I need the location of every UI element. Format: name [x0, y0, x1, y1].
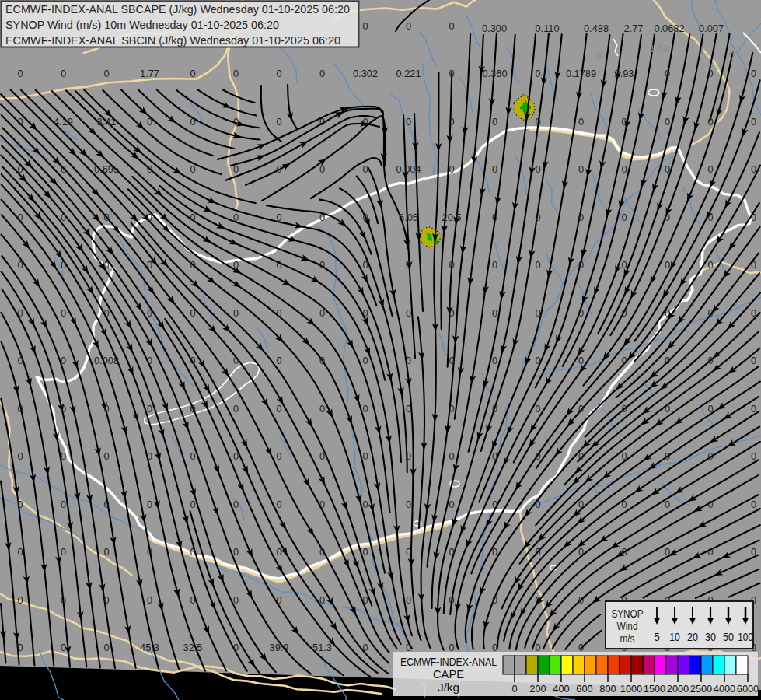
svg-text:0: 0 — [406, 403, 411, 415]
svg-text:0: 0 — [449, 163, 454, 175]
svg-text:0: 0 — [492, 355, 497, 366]
svg-text:1.58: 1.58 — [650, 43, 669, 54]
svg-text:0: 0 — [17, 594, 23, 606]
svg-text:0: 0 — [492, 116, 497, 128]
svg-text:0: 0 — [362, 259, 368, 271]
svg-text:0: 0 — [319, 116, 325, 128]
svg-text:0: 0 — [362, 546, 368, 558]
svg-text:0: 0 — [406, 355, 411, 366]
svg-text:600: 600 — [576, 683, 592, 695]
svg-text:0: 0 — [665, 212, 670, 223]
svg-text:0: 0 — [492, 212, 497, 223]
svg-text:0: 0 — [578, 642, 584, 653]
svg-text:0: 0 — [147, 450, 152, 462]
svg-text:2500: 2500 — [690, 683, 712, 695]
svg-text:0: 0 — [406, 307, 411, 319]
svg-text:0: 0 — [665, 68, 670, 79]
svg-text:CAPE: CAPE — [433, 668, 464, 681]
svg-text:4.19: 4.19 — [54, 116, 73, 128]
svg-text:5: 5 — [654, 632, 660, 643]
svg-text:32.5: 32.5 — [183, 642, 203, 653]
svg-text:0: 0 — [707, 355, 713, 366]
svg-text:0: 0 — [665, 355, 670, 366]
svg-text:0: 0 — [362, 355, 368, 366]
svg-text:0: 0 — [17, 499, 23, 510]
svg-text:0: 0 — [362, 116, 368, 128]
svg-text:0: 0 — [449, 450, 454, 462]
svg-text:0: 0 — [319, 499, 325, 510]
svg-text:0: 0 — [61, 212, 66, 223]
svg-text:0: 0 — [362, 403, 368, 415]
svg-text:0: 0 — [190, 499, 195, 510]
svg-text:0: 0 — [233, 403, 239, 415]
svg-text:0: 0 — [17, 355, 23, 366]
svg-text:0: 0 — [578, 163, 584, 175]
svg-text:0: 0 — [707, 163, 713, 175]
svg-text:0: 0 — [665, 307, 670, 319]
svg-text:0: 0 — [535, 499, 540, 510]
svg-text:10: 10 — [669, 632, 680, 643]
svg-text:0.008: 0.008 — [94, 355, 119, 366]
svg-text:0.004: 0.004 — [396, 163, 421, 175]
svg-text:0: 0 — [535, 259, 540, 271]
svg-text:0: 0 — [707, 499, 713, 510]
svg-text:0: 0 — [728, 50, 734, 61]
svg-text:0: 0 — [406, 116, 411, 128]
svg-text:0: 0 — [492, 403, 497, 415]
svg-text:0: 0 — [665, 546, 670, 558]
svg-text:0: 0 — [665, 259, 670, 271]
svg-text:m/s: m/s — [620, 632, 635, 645]
svg-text:0: 0 — [449, 20, 454, 32]
svg-text:0: 0 — [147, 212, 152, 223]
svg-text:0: 0 — [535, 307, 540, 319]
svg-text:0: 0 — [595, 51, 601, 62]
svg-text:0: 0 — [578, 594, 584, 606]
svg-text:0: 0 — [578, 355, 584, 366]
svg-text:SYNOP Wind (m/s) 10m Wednesday: SYNOP Wind (m/s) 10m Wednesday 01-10-202… — [5, 18, 279, 31]
svg-text:0: 0 — [276, 212, 281, 223]
svg-text:0: 0 — [665, 450, 670, 462]
svg-text:0: 0 — [535, 116, 540, 128]
svg-text:0.695: 0.695 — [94, 163, 119, 175]
svg-text:0: 0 — [362, 20, 368, 32]
svg-text:0: 0 — [621, 499, 627, 510]
svg-text:0: 0 — [276, 307, 281, 319]
svg-text:0: 0 — [492, 259, 497, 271]
svg-text:0: 0 — [449, 307, 454, 319]
svg-text:0.1789: 0.1789 — [566, 68, 596, 79]
svg-text:0: 0 — [233, 642, 239, 653]
svg-text:20.5: 20.5 — [442, 212, 462, 223]
svg-text:0: 0 — [406, 450, 411, 462]
svg-text:0: 0 — [103, 307, 109, 319]
svg-text:J/kg: J/kg — [438, 681, 459, 694]
svg-text:0: 0 — [665, 163, 670, 175]
svg-text:0: 0 — [406, 594, 411, 606]
svg-text:0: 0 — [103, 594, 109, 606]
svg-text:0: 0 — [319, 546, 325, 558]
svg-text:0: 0 — [233, 450, 239, 462]
svg-text:0: 0 — [61, 307, 66, 319]
svg-text:39.9: 39.9 — [270, 642, 289, 653]
svg-text:0: 0 — [449, 355, 454, 366]
svg-text:0: 0 — [707, 116, 713, 128]
svg-text:0: 0 — [406, 642, 411, 653]
svg-text:0: 0 — [190, 116, 195, 128]
svg-text:0: 0 — [492, 307, 497, 319]
svg-text:0: 0 — [233, 212, 239, 223]
svg-text:0: 0 — [751, 450, 756, 462]
svg-text:0: 0 — [233, 68, 239, 79]
svg-text:0: 0 — [492, 499, 497, 510]
svg-text:0: 0 — [319, 450, 325, 462]
svg-text:0: 0 — [190, 355, 195, 366]
svg-text:0: 0 — [17, 450, 23, 462]
svg-text:200: 200 — [529, 683, 546, 695]
svg-text:0: 0 — [406, 499, 411, 510]
svg-text:0: 0 — [665, 116, 670, 128]
svg-text:20: 20 — [687, 632, 698, 643]
svg-text:0: 0 — [449, 259, 454, 271]
svg-text:0: 0 — [233, 594, 239, 606]
svg-text:0: 0 — [276, 163, 281, 175]
svg-text:0: 0 — [17, 212, 23, 223]
svg-text:0: 0 — [707, 403, 713, 415]
svg-text:0: 0 — [492, 594, 497, 606]
